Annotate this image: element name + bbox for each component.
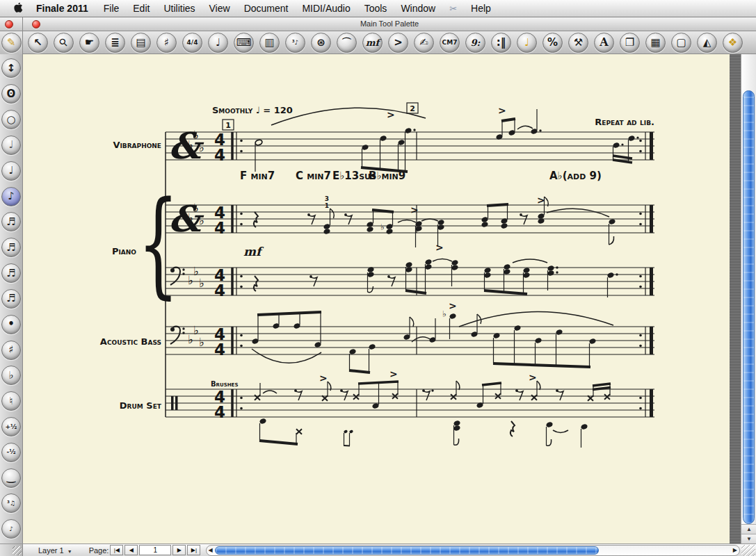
zoom-tool[interactable]: ⚲ <box>54 33 74 53</box>
repeat-instruction[interactable]: Repeat ad lib. <box>595 117 654 127</box>
key-signature-tool[interactable]: ♯ <box>156 33 177 53</box>
selection-tool[interactable]: ↖ <box>28 33 48 53</box>
simple-entry-tool[interactable]: ♩ <box>208 33 228 53</box>
svg-text:>: > <box>389 368 398 379</box>
menu-window[interactable]: Window <box>394 0 442 17</box>
grace-note-tool[interactable]: ♪ <box>1 519 21 539</box>
close-icon[interactable] <box>5 20 13 28</box>
previous-page-button[interactable]: ◀ <box>124 545 138 555</box>
whole-note-tool[interactable]: ○ <box>1 110 21 129</box>
menu-finale-2011[interactable]: Finale 2011 <box>28 0 97 17</box>
technique-text[interactable]: Brushes <box>211 380 238 388</box>
clef-tool[interactable]: 9: <box>465 33 485 53</box>
scroll-up-icon[interactable]: ▲ <box>741 524 756 534</box>
script-menu-icon[interactable]: ✂ <box>442 0 464 17</box>
hyperscribe-tool[interactable]: ▥ <box>259 33 280 53</box>
chord-2: C min7 <box>296 170 331 182</box>
tie-tool[interactable]: ‿ <box>1 468 21 488</box>
window-resize-grip-icon[interactable] <box>741 545 755 556</box>
half-step-down-tool[interactable]: -½ <box>1 443 21 462</box>
half-note-tool[interactable]: ♩ <box>1 136 21 155</box>
menu-midi-audio[interactable]: MIDI/Audio <box>295 0 357 17</box>
scroll-left-icon[interactable]: ◀ <box>208 547 212 553</box>
repeat-tool[interactable]: :‖ <box>491 33 511 53</box>
scroll-down-icon[interactable]: ▼ <box>741 534 756 543</box>
vertical-scrollbar[interactable]: ▲ ▼ <box>741 54 756 543</box>
repitch-tool[interactable]: ↕ <box>1 58 21 78</box>
scroll-right-icon[interactable]: ▶ <box>733 547 737 553</box>
time-signature-tool[interactable]: 4/4 <box>182 33 202 53</box>
graphics-tool[interactable]: ▦ <box>645 33 666 53</box>
lyrics-tool[interactable]: ✍ <box>414 33 434 53</box>
svg-text:♭: ♭ <box>188 332 193 346</box>
chord-symbols[interactable]: F min7 C min7 E♭13sus B♭min9 A♭(add 9) <box>240 170 602 182</box>
augmentation-dot-tool[interactable]: • <box>1 315 21 334</box>
sharp-tool[interactable]: ♯ <box>1 341 21 360</box>
resize-tool[interactable]: ❖ <box>723 33 743 53</box>
one-twenty-eighth-note-tool[interactable]: ♬ <box>1 289 21 309</box>
layer-dropdown[interactable]: Layer 1▼ <box>38 546 72 555</box>
flat-tool[interactable]: ♭ <box>1 366 21 385</box>
menu-help[interactable]: Help <box>464 0 498 17</box>
dynamic-mf[interactable]: mf <box>243 245 264 259</box>
menu-view[interactable]: View <box>202 0 237 17</box>
rehearsal-mark-2[interactable]: 2 <box>407 103 418 113</box>
double-whole-note-tool[interactable]: ʘ <box>1 84 21 104</box>
staff-label-acoustic-bass[interactable]: Acoustic Bass <box>100 336 161 347</box>
quarter-note-tool[interactable]: ♩ <box>1 161 21 181</box>
staff-tool[interactable]: ≣ <box>105 33 125 53</box>
thirty-second-note-tool[interactable]: ♬ <box>1 238 21 257</box>
sixty-fourth-note-tool[interactable]: ♬ <box>1 263 21 283</box>
tuplet-tool[interactable]: ³♪ <box>285 33 305 53</box>
tempo-tool[interactable]: ◭ <box>697 33 717 53</box>
natural-tool[interactable]: ♮ <box>1 391 21 411</box>
menu-document[interactable]: Document <box>237 0 296 17</box>
expression-tool[interactable]: mf <box>362 33 383 53</box>
fingering-1: 1 <box>325 202 329 209</box>
pencil-tool[interactable]: ✎ <box>1 33 22 53</box>
ossia-tool[interactable]: ▢ <box>671 33 691 53</box>
smart-shape-tool[interactable]: ⌒ <box>337 33 357 53</box>
staff-styles-tool[interactable]: % <box>542 33 563 53</box>
palette-resize-grip-icon[interactable] <box>13 546 22 555</box>
playback-tool[interactable]: ♩ <box>517 33 537 53</box>
staff-label-piano[interactable]: Piano <box>112 246 136 256</box>
next-page-button[interactable]: ▶ <box>172 545 186 555</box>
first-page-button[interactable]: |◀ <box>110 545 123 555</box>
half-step-up-tool[interactable]: +½ <box>1 417 21 436</box>
staff-label-vibraphone[interactable]: Vibraphone <box>113 140 161 150</box>
sixteenth-note-tool[interactable]: ♬ <box>1 212 21 231</box>
menu-file[interactable]: File <box>97 0 127 17</box>
rehearsal-mark-1[interactable]: 1 <box>223 120 234 130</box>
chord-tool[interactable]: CM7 <box>440 33 460 53</box>
page-layout-tool[interactable]: ❐ <box>620 33 640 53</box>
apple-logo <box>14 3 24 14</box>
midi-tool[interactable]: ⊛ <box>311 33 331 53</box>
score-document[interactable]: & & ♭♭♭ ♭♭♭ ♭♭♭ ♭♭♭ <box>23 54 730 543</box>
tuplet-entry-tool[interactable]: ³♫ <box>1 493 21 513</box>
hand-grabber-tool[interactable]: ☛ <box>79 33 99 53</box>
desktop-background <box>730 54 741 543</box>
svg-text:♭: ♭ <box>188 138 193 152</box>
staff-label-drum-set[interactable]: Drum Set <box>120 400 162 411</box>
apple-menu-icon[interactable] <box>10 3 28 14</box>
menu-tools[interactable]: Tools <box>357 0 394 17</box>
menu-utilities[interactable]: Utilities <box>156 0 202 17</box>
main-tool-palette-titlebar[interactable]: Main Tool Palette <box>23 17 756 31</box>
menu-edit[interactable]: Edit <box>126 0 156 17</box>
horizontal-scrollbar-thumb[interactable] <box>215 546 598 555</box>
vertical-scrollbar-thumb[interactable] <box>743 90 755 524</box>
articulation-tool[interactable]: > <box>388 33 408 53</box>
simple-entry-palette-titlebar[interactable] <box>0 17 23 31</box>
tempo-marking[interactable]: Smoothly ♩ = 120 <box>212 105 293 115</box>
special-tools-tool[interactable]: ⚒ <box>568 33 588 53</box>
measure-tool[interactable]: ▤ <box>131 33 151 53</box>
svg-text:♭: ♭ <box>193 201 199 215</box>
text-tool[interactable]: A <box>594 33 614 53</box>
eighth-note-tool[interactable]: ♪ <box>1 187 21 206</box>
speedy-entry-tool[interactable]: ⌨ <box>234 33 254 53</box>
horizontal-scrollbar[interactable]: ◀ ▶ <box>206 545 740 556</box>
last-page-button[interactable]: ▶| <box>187 545 200 555</box>
svg-text:♭: ♭ <box>199 335 204 349</box>
page-number-field[interactable]: 1 <box>139 545 171 555</box>
